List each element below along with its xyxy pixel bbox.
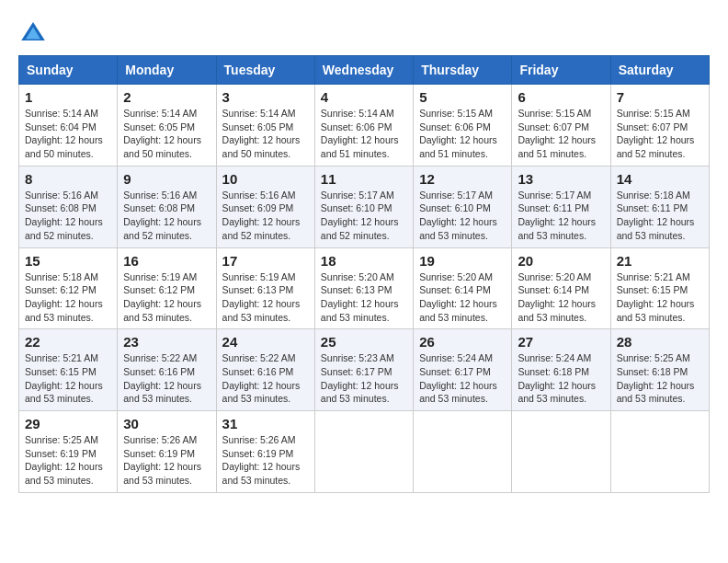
day-info: Sunrise: 5:14 AM Sunset: 6:06 PM Dayligh… [321,107,407,161]
day-info: Sunrise: 5:14 AM Sunset: 6:05 PM Dayligh… [222,107,309,161]
calendar-cell: 30 Sunrise: 5:26 AM Sunset: 6:19 PM Dayl… [118,411,216,493]
day-info: Sunrise: 5:18 AM Sunset: 6:11 PM Dayligh… [617,189,703,243]
day-number: 3 [222,89,309,105]
day-number: 9 [123,171,210,187]
day-number: 27 [518,334,604,350]
day-info: Sunrise: 5:21 AM Sunset: 6:15 PM Dayligh… [617,270,703,325]
calendar-cell: 7 Sunrise: 5:15 AM Sunset: 6:07 PM Dayli… [610,85,709,167]
calendar-cell: 11 Sunrise: 5:17 AM Sunset: 6:10 PM Dayl… [314,166,413,247]
calendar-header-friday: Friday [512,56,610,85]
calendar-header-sunday: Sunday [19,56,118,85]
day-info: Sunrise: 5:20 AM Sunset: 6:14 PM Dayligh… [419,270,506,325]
calendar-cell: 27 Sunrise: 5:24 AM Sunset: 6:18 PM Dayl… [512,329,610,411]
calendar-header-thursday: Thursday [414,56,512,85]
page-header [18,18,710,48]
day-number: 15 [25,253,111,269]
calendar-cell: 16 Sunrise: 5:19 AM Sunset: 6:12 PM Dayl… [118,247,216,329]
day-number: 31 [222,416,309,431]
day-number: 25 [321,334,407,350]
day-number: 16 [123,253,210,269]
day-number: 28 [617,334,703,350]
calendar-body: 1 Sunrise: 5:14 AM Sunset: 6:04 PM Dayli… [19,85,710,493]
day-info: Sunrise: 5:21 AM Sunset: 6:15 PM Dayligh… [25,351,111,406]
day-number: 18 [321,253,407,269]
calendar-header-row: SundayMondayTuesdayWednesdayThursdayFrid… [19,56,710,85]
calendar-cell: 24 Sunrise: 5:22 AM Sunset: 6:16 PM Dayl… [216,329,314,411]
day-number: 30 [123,416,210,431]
calendar-week-row: 8 Sunrise: 5:16 AM Sunset: 6:08 PM Dayli… [19,166,710,247]
calendar-cell: 22 Sunrise: 5:21 AM Sunset: 6:15 PM Dayl… [19,329,118,411]
day-info: Sunrise: 5:25 AM Sunset: 6:18 PM Dayligh… [617,351,703,406]
calendar-cell: 4 Sunrise: 5:14 AM Sunset: 6:06 PM Dayli… [314,85,413,167]
day-number: 21 [617,253,703,269]
calendar-week-row: 22 Sunrise: 5:21 AM Sunset: 6:15 PM Dayl… [19,329,710,411]
calendar-header-tuesday: Tuesday [216,56,314,85]
calendar-cell: 1 Sunrise: 5:14 AM Sunset: 6:04 PM Dayli… [19,85,118,167]
day-info: Sunrise: 5:17 AM Sunset: 6:10 PM Dayligh… [419,189,506,243]
day-number: 19 [419,253,506,269]
calendar-cell: 3 Sunrise: 5:14 AM Sunset: 6:05 PM Dayli… [216,85,314,167]
day-number: 26 [419,334,506,350]
day-info: Sunrise: 5:19 AM Sunset: 6:12 PM Dayligh… [123,270,210,325]
calendar-cell: 21 Sunrise: 5:21 AM Sunset: 6:15 PM Dayl… [610,247,709,329]
day-info: Sunrise: 5:15 AM Sunset: 6:07 PM Dayligh… [617,107,703,161]
day-info: Sunrise: 5:26 AM Sunset: 6:19 PM Dayligh… [123,433,210,488]
calendar-cell: 28 Sunrise: 5:25 AM Sunset: 6:18 PM Dayl… [610,329,709,411]
calendar-cell: 6 Sunrise: 5:15 AM Sunset: 6:07 PM Dayli… [512,85,610,167]
day-number: 23 [123,334,210,350]
calendar-cell: 15 Sunrise: 5:18 AM Sunset: 6:12 PM Dayl… [19,247,118,329]
calendar-cell: 10 Sunrise: 5:16 AM Sunset: 6:09 PM Dayl… [216,166,314,247]
day-info: Sunrise: 5:20 AM Sunset: 6:14 PM Dayligh… [518,270,604,325]
calendar-cell: 31 Sunrise: 5:26 AM Sunset: 6:19 PM Dayl… [216,411,314,493]
day-number: 8 [25,171,111,187]
calendar-cell: 20 Sunrise: 5:20 AM Sunset: 6:14 PM Dayl… [512,247,610,329]
day-info: Sunrise: 5:22 AM Sunset: 6:16 PM Dayligh… [222,351,309,406]
day-number: 29 [25,416,111,431]
day-number: 2 [123,89,210,105]
calendar-week-row: 29 Sunrise: 5:25 AM Sunset: 6:19 PM Dayl… [19,411,710,493]
calendar-header-monday: Monday [118,56,216,85]
day-info: Sunrise: 5:16 AM Sunset: 6:09 PM Dayligh… [222,189,309,243]
calendar-week-row: 15 Sunrise: 5:18 AM Sunset: 6:12 PM Dayl… [19,247,710,329]
day-info: Sunrise: 5:15 AM Sunset: 6:07 PM Dayligh… [518,107,604,161]
day-number: 14 [617,171,703,187]
calendar-cell: 29 Sunrise: 5:25 AM Sunset: 6:19 PM Dayl… [19,411,118,493]
day-number: 10 [222,171,309,187]
day-number: 17 [222,253,309,269]
calendar-cell: 2 Sunrise: 5:14 AM Sunset: 6:05 PM Dayli… [118,85,216,167]
calendar-cell: 23 Sunrise: 5:22 AM Sunset: 6:16 PM Dayl… [118,329,216,411]
day-info: Sunrise: 5:17 AM Sunset: 6:10 PM Dayligh… [321,189,407,243]
calendar-header-wednesday: Wednesday [314,56,413,85]
calendar-cell [610,411,709,493]
day-info: Sunrise: 5:24 AM Sunset: 6:18 PM Dayligh… [518,351,604,406]
day-number: 1 [25,89,111,105]
day-number: 24 [222,334,309,350]
calendar-cell: 26 Sunrise: 5:24 AM Sunset: 6:17 PM Dayl… [414,329,512,411]
calendar-cell: 18 Sunrise: 5:20 AM Sunset: 6:13 PM Dayl… [314,247,413,329]
day-info: Sunrise: 5:17 AM Sunset: 6:11 PM Dayligh… [518,189,604,243]
day-info: Sunrise: 5:14 AM Sunset: 6:04 PM Dayligh… [25,107,111,161]
calendar-cell: 19 Sunrise: 5:20 AM Sunset: 6:14 PM Dayl… [414,247,512,329]
calendar-cell: 13 Sunrise: 5:17 AM Sunset: 6:11 PM Dayl… [512,166,610,247]
calendar-cell: 25 Sunrise: 5:23 AM Sunset: 6:17 PM Dayl… [314,329,413,411]
day-info: Sunrise: 5:23 AM Sunset: 6:17 PM Dayligh… [321,351,407,406]
day-info: Sunrise: 5:14 AM Sunset: 6:05 PM Dayligh… [123,107,210,161]
day-info: Sunrise: 5:25 AM Sunset: 6:19 PM Dayligh… [25,433,111,488]
day-number: 5 [419,89,506,105]
day-info: Sunrise: 5:24 AM Sunset: 6:17 PM Dayligh… [419,351,506,406]
calendar-cell: 14 Sunrise: 5:18 AM Sunset: 6:11 PM Dayl… [610,166,709,247]
calendar-cell [512,411,610,493]
calendar-table: SundayMondayTuesdayWednesdayThursdayFrid… [18,55,710,493]
calendar-cell: 12 Sunrise: 5:17 AM Sunset: 6:10 PM Dayl… [414,166,512,247]
day-info: Sunrise: 5:15 AM Sunset: 6:06 PM Dayligh… [419,107,506,161]
day-number: 6 [518,89,604,105]
calendar-cell: 9 Sunrise: 5:16 AM Sunset: 6:08 PM Dayli… [118,166,216,247]
day-number: 7 [617,89,703,105]
day-number: 11 [321,171,407,187]
day-info: Sunrise: 5:20 AM Sunset: 6:13 PM Dayligh… [321,270,407,325]
calendar-cell [414,411,512,493]
day-number: 12 [419,171,506,187]
calendar-week-row: 1 Sunrise: 5:14 AM Sunset: 6:04 PM Dayli… [19,85,710,167]
calendar-header-saturday: Saturday [610,56,709,85]
day-number: 4 [321,89,407,105]
